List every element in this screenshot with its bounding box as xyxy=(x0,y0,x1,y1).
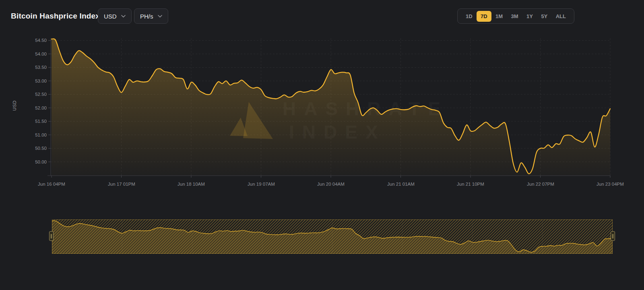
hashprice-index-page: Bitcoin Hashprice Index USD PH/s 1D7D1M3… xyxy=(0,0,644,290)
x-axis-label: Jun 22 07PM xyxy=(512,182,569,186)
range-button-1m[interactable]: 1M xyxy=(491,11,507,22)
x-axis-label: Jun 20 04AM xyxy=(303,182,359,186)
x-axis-label: Jun 23 04PM xyxy=(582,182,638,186)
range-button-1d[interactable]: 1D xyxy=(462,11,477,22)
range-button-7d[interactable]: 7D xyxy=(477,11,491,22)
chevron-down-icon xyxy=(121,15,126,18)
y-axis-label: 52.00 xyxy=(23,106,47,110)
x-axis-label: Jun 16 04PM xyxy=(23,182,80,186)
x-axis-label: Jun 21 01AM xyxy=(373,182,429,186)
currency-dropdown-value: USD xyxy=(104,13,117,20)
watermark-text-line2: INDEX xyxy=(289,122,386,143)
y-axis-title: USD xyxy=(12,100,17,111)
unit-dropdown[interactable]: PH/s xyxy=(134,8,168,24)
y-axis-label: 54.00 xyxy=(23,52,47,56)
main-chart-svg[interactable]: HASHRATE INDEX xyxy=(47,38,611,179)
range-button-3m[interactable]: 3M xyxy=(507,11,522,22)
y-axis-label: 53.00 xyxy=(23,79,47,83)
y-axis-label: 54.50 xyxy=(23,38,47,43)
navigator[interactable] xyxy=(52,220,613,254)
x-axis-label: Jun 18 10AM xyxy=(163,182,219,186)
x-axis-label: Jun 21 10PM xyxy=(442,182,499,186)
navigator-right-handle[interactable] xyxy=(611,231,615,241)
x-axis-label: Jun 17 01PM xyxy=(93,182,150,186)
chevron-down-icon xyxy=(158,15,162,18)
time-range-group: 1D7D1M3M1Y5YALL xyxy=(457,8,574,24)
y-axis-label: 50.50 xyxy=(23,146,47,151)
navigator-hatch-overlay xyxy=(52,220,613,254)
page-title: Bitcoin Hashprice Index xyxy=(11,12,100,21)
y-axis-label: 50.00 xyxy=(23,160,47,164)
navigator-left-handle[interactable] xyxy=(49,231,54,241)
unit-dropdown-value: PH/s xyxy=(140,13,153,20)
navigator-svg[interactable] xyxy=(52,220,613,254)
range-button-5y[interactable]: 5Y xyxy=(537,11,551,22)
range-button-1y[interactable]: 1Y xyxy=(522,11,537,22)
y-axis-label: 52.50 xyxy=(23,92,47,97)
x-axis-label: Jun 19 07AM xyxy=(233,182,289,186)
y-axis-label: 51.00 xyxy=(23,133,47,137)
watermark-text-line1: HASHRATE xyxy=(283,98,448,119)
currency-dropdown[interactable]: USD xyxy=(98,8,132,24)
range-button-all[interactable]: ALL xyxy=(552,11,570,22)
y-axis-label: 51.50 xyxy=(23,119,47,124)
main-chart[interactable]: HASHRATE INDEX xyxy=(47,38,611,179)
y-axis-label: 53.50 xyxy=(23,65,47,70)
